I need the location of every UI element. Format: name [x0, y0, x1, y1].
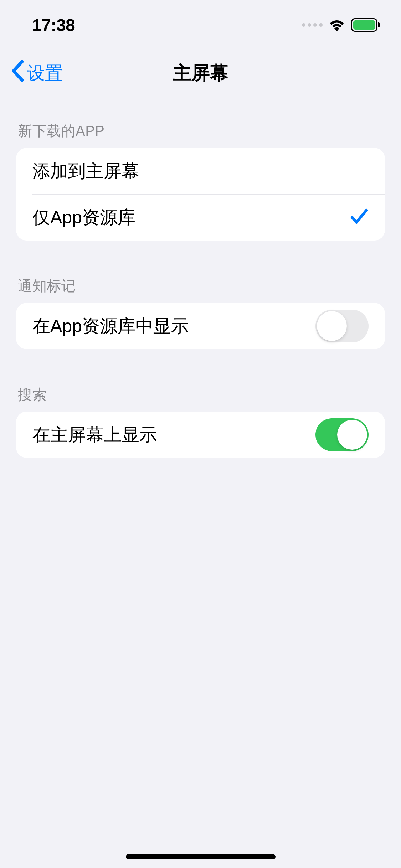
signal-dots-icon	[302, 23, 323, 27]
status-bar: 17:38	[0, 0, 401, 50]
status-time: 17:38	[32, 15, 75, 35]
option-label: 添加到主屏幕	[32, 159, 139, 183]
section-header-search: 搜索	[0, 378, 401, 412]
home-indicator[interactable]	[126, 854, 276, 859]
group-badges: 在App资源库中显示	[16, 303, 385, 349]
toggle-show-in-app-library[interactable]	[315, 310, 369, 342]
option-label: 仅App资源库	[32, 206, 135, 229]
option-app-library-only[interactable]: 仅App资源库	[16, 194, 385, 241]
back-label: 设置	[27, 61, 63, 85]
row-show-on-home: 在主屏幕上显示	[16, 412, 385, 458]
checkmark-icon	[350, 208, 369, 227]
group-new-apps: 添加到主屏幕 仅App资源库	[16, 148, 385, 241]
toggle-label: 在主屏幕上显示	[32, 423, 157, 447]
option-add-to-home[interactable]: 添加到主屏幕	[16, 148, 385, 194]
content: 新下载的APP 添加到主屏幕 仅App资源库 通知标记 在App资源库中显示 搜…	[0, 96, 401, 458]
nav-bar: 设置 主屏幕	[0, 50, 401, 96]
row-show-in-app-library: 在App资源库中显示	[16, 303, 385, 349]
back-button[interactable]: 设置	[7, 60, 63, 86]
chevron-left-icon	[11, 60, 24, 86]
section-header-new-apps: 新下载的APP	[0, 114, 401, 148]
section-header-badges: 通知标记	[0, 269, 401, 303]
toggle-label: 在App资源库中显示	[32, 314, 189, 338]
battery-icon	[351, 18, 380, 32]
status-indicators	[302, 18, 380, 32]
group-search: 在主屏幕上显示	[16, 412, 385, 458]
wifi-icon	[328, 19, 345, 31]
toggle-show-on-home[interactable]	[315, 418, 369, 451]
page-title: 主屏幕	[173, 61, 228, 86]
